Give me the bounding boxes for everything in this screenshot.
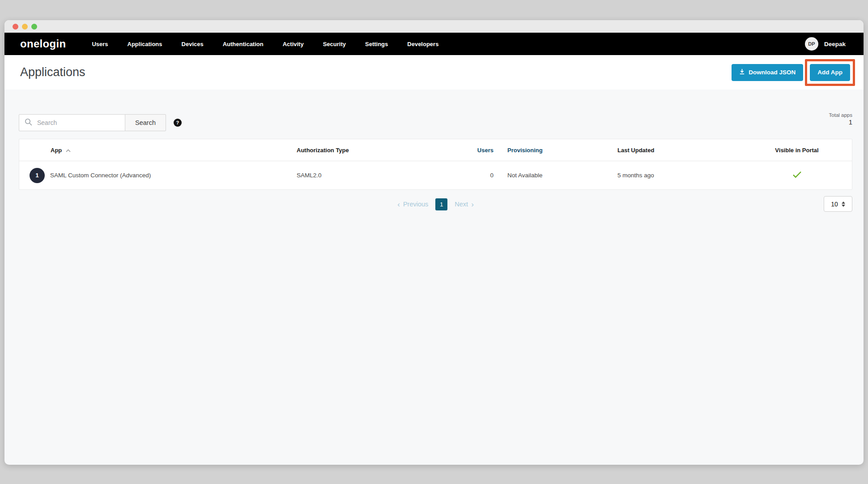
top-nav: onelogin Users Applications Devices Auth… bbox=[4, 33, 864, 55]
close-window-icon[interactable] bbox=[13, 24, 18, 30]
nav-item-devices[interactable]: Devices bbox=[182, 41, 204, 47]
user-menu[interactable]: DP Deepak bbox=[805, 37, 846, 51]
authorization-type-cell: SAML2.0 bbox=[297, 172, 470, 179]
column-header-authorization-type: Authorization Type bbox=[297, 147, 470, 154]
next-label: Next bbox=[455, 201, 468, 208]
search-group: Search ? bbox=[19, 114, 182, 131]
search-icon bbox=[25, 118, 32, 128]
help-icon[interactable]: ? bbox=[174, 119, 182, 127]
sort-asc-icon bbox=[66, 147, 71, 154]
window-titlebar bbox=[4, 20, 864, 33]
visible-in-portal-cell bbox=[742, 171, 852, 180]
current-page-button[interactable]: 1 bbox=[435, 198, 447, 210]
nav-item-settings[interactable]: Settings bbox=[365, 41, 388, 47]
onelogin-logo[interactable]: onelogin bbox=[20, 38, 66, 50]
app-name-link[interactable]: SAML Custom Connector (Advanced) bbox=[50, 172, 151, 179]
page-size-value: 10 bbox=[831, 201, 838, 208]
page-title: Applications bbox=[20, 65, 85, 79]
stepper-icon bbox=[842, 201, 845, 207]
chevron-left-icon: ‹ bbox=[397, 201, 400, 208]
applications-table: App Authorization Type Users Provisionin… bbox=[19, 139, 852, 190]
minimize-window-icon[interactable] bbox=[22, 24, 28, 30]
add-app-highlight-box: Add App bbox=[805, 59, 855, 86]
download-json-button[interactable]: Download JSON bbox=[732, 64, 803, 81]
maximize-window-icon[interactable] bbox=[31, 24, 37, 30]
page-header: Applications Download JSON Add App bbox=[4, 55, 864, 90]
previous-label: Previous bbox=[403, 201, 428, 208]
total-apps-count: 1 bbox=[829, 118, 852, 126]
total-apps-label: Total apps bbox=[829, 112, 852, 118]
header-actions: Download JSON Add App bbox=[732, 59, 855, 86]
user-name[interactable]: Deepak bbox=[824, 41, 846, 47]
nav-item-activity[interactable]: Activity bbox=[283, 41, 304, 47]
app-window: onelogin Users Applications Devices Auth… bbox=[4, 20, 864, 465]
nav-item-developers[interactable]: Developers bbox=[407, 41, 438, 47]
column-header-users[interactable]: Users bbox=[470, 147, 499, 154]
column-header-app[interactable]: App bbox=[19, 147, 297, 154]
search-input[interactable] bbox=[19, 114, 125, 131]
row-index-badge: 1 bbox=[30, 168, 45, 183]
search-text-field[interactable] bbox=[37, 119, 119, 126]
add-app-button[interactable]: Add App bbox=[810, 64, 850, 81]
nav-menu: Users Applications Devices Authenticatio… bbox=[92, 41, 438, 47]
provisioning-cell: Not Available bbox=[499, 172, 612, 179]
table-header-row: App Authorization Type Users Provisionin… bbox=[19, 139, 852, 161]
column-header-last-updated: Last Updated bbox=[612, 147, 742, 154]
column-header-provisioning[interactable]: Provisioning bbox=[499, 147, 612, 154]
column-header-app-label[interactable]: App bbox=[51, 147, 62, 154]
avatar[interactable]: DP bbox=[805, 37, 818, 51]
download-json-label: Download JSON bbox=[749, 69, 796, 76]
search-button[interactable]: Search bbox=[125, 114, 166, 131]
column-header-visible-in-portal: Visible in Portal bbox=[742, 147, 852, 154]
download-icon bbox=[739, 69, 745, 76]
app-cell: 1 SAML Custom Connector (Advanced) bbox=[19, 168, 297, 183]
check-icon bbox=[792, 173, 802, 180]
nav-item-users[interactable]: Users bbox=[92, 41, 108, 47]
nav-item-authentication[interactable]: Authentication bbox=[223, 41, 264, 47]
users-count-cell: 0 bbox=[470, 172, 499, 179]
previous-page-button[interactable]: ‹ Previous bbox=[397, 201, 428, 208]
last-updated-cell: 5 months ago bbox=[612, 172, 742, 179]
table-row[interactable]: 1 SAML Custom Connector (Advanced) SAML2… bbox=[19, 161, 852, 189]
pagination: ‹ Previous 1 Next › bbox=[397, 198, 474, 210]
nav-item-applications[interactable]: Applications bbox=[128, 41, 162, 47]
chevron-right-icon: › bbox=[471, 201, 474, 208]
toolbar: Search ? Total apps 1 bbox=[4, 90, 864, 131]
nav-item-security[interactable]: Security bbox=[323, 41, 346, 47]
page-size-select[interactable]: 10 bbox=[824, 196, 852, 212]
next-page-button[interactable]: Next › bbox=[455, 201, 474, 208]
total-apps: Total apps 1 bbox=[829, 112, 852, 126]
pagination-row: ‹ Previous 1 Next › 10 bbox=[19, 196, 852, 212]
